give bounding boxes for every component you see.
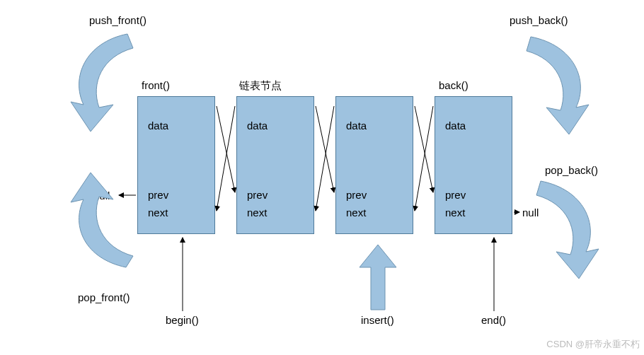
label-pop-back: pop_back() <box>545 164 598 176</box>
node-3: data prev next <box>335 96 413 234</box>
node-4: data prev next <box>435 96 512 234</box>
label-pop-front: pop_front() <box>78 291 130 303</box>
svg-line-5 <box>415 106 433 211</box>
curved-arrow-push-back <box>527 37 589 134</box>
node-field-prev: prev <box>247 189 268 201</box>
node-field-data: data <box>247 120 268 132</box>
svg-line-1 <box>217 106 235 211</box>
label-push-front: push_front() <box>89 14 146 26</box>
node-field-next: next <box>247 206 267 219</box>
label-back: back() <box>439 79 468 91</box>
node-field-next: next <box>148 206 168 219</box>
label-push-back: push_back() <box>510 14 568 26</box>
node-field-prev: prev <box>346 189 367 201</box>
curved-arrow-pop-front <box>71 173 133 267</box>
svg-line-3 <box>316 106 334 211</box>
node-field-data: data <box>445 120 466 132</box>
node-field-next: next <box>445 206 465 219</box>
label-begin: begin() <box>166 314 199 326</box>
diagram-stage: data prev next data prev next data prev … <box>0 0 644 355</box>
svg-line-2 <box>316 106 334 192</box>
svg-line-4 <box>415 106 433 192</box>
node-field-data: data <box>346 120 367 132</box>
curved-arrow-push-front <box>71 34 133 132</box>
label-null-left: null <box>93 190 110 202</box>
curved-arrow-pop-back <box>536 181 599 279</box>
label-end: end() <box>481 314 506 326</box>
label-null-right: null <box>522 206 539 219</box>
svg-line-0 <box>217 106 235 192</box>
node-field-next: next <box>346 206 366 219</box>
watermark: CSDN @肝帝永垂不朽 <box>546 338 640 351</box>
label-insert: insert() <box>361 314 394 326</box>
node-field-prev: prev <box>148 189 168 201</box>
label-front: front() <box>142 79 170 91</box>
label-node-header: 链表节点 <box>239 79 282 93</box>
node-field-prev: prev <box>445 189 466 201</box>
insert-arrow <box>360 245 396 310</box>
node-field-data: data <box>148 120 168 132</box>
node-1: data prev next <box>137 96 215 234</box>
node-2: data prev next <box>236 96 314 234</box>
